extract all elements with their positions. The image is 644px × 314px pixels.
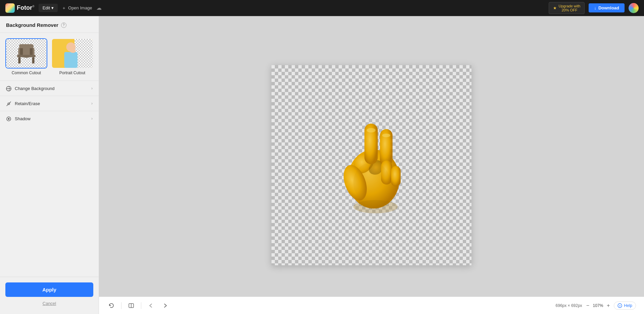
svg-text:?: ?	[619, 305, 621, 308]
toolbar-left	[107, 301, 169, 310]
zoom-in-button[interactable]: +	[607, 303, 610, 309]
chevron-down-icon: ▾	[51, 5, 54, 10]
chair-svg	[6, 39, 47, 68]
help-button[interactable]: ? Help	[614, 302, 636, 310]
topbar: Fotor® Edit ▾ ＋ Open Image ☁ ★ Upgrade w…	[0, 0, 644, 16]
svg-rect-7	[19, 44, 34, 48]
shadow-icon	[6, 116, 11, 122]
portrait-cutout-image	[52, 39, 93, 68]
toolbar-divider-2	[141, 302, 141, 309]
canvas-dimensions: 696px × 692px	[556, 303, 582, 308]
edit-button[interactable]: Edit ▾	[39, 4, 58, 12]
zoom-controls: − 107% +	[586, 303, 610, 309]
retain-erase-option[interactable]: Retain/Erase ›	[0, 96, 99, 111]
upgrade-label: Upgrade with 20% OFF	[559, 4, 581, 12]
retain-erase-chevron: ›	[91, 101, 93, 106]
svg-point-23	[367, 128, 376, 132]
svg-rect-2	[17, 55, 36, 57]
zoom-out-button[interactable]: −	[586, 303, 589, 309]
change-bg-icon	[6, 85, 11, 91]
retain-erase-label: Retain/Erase	[15, 101, 40, 106]
sidebar-spacer	[0, 126, 99, 277]
sidebar-help-icon[interactable]: ?	[61, 23, 66, 28]
avatar[interactable]	[629, 3, 639, 13]
apply-button[interactable]: Apply	[5, 282, 93, 297]
download-label: Download	[598, 5, 619, 10]
portrait-cutout-thumb	[51, 38, 93, 69]
logo-text: Fotor®	[17, 4, 35, 11]
svg-point-15	[8, 118, 10, 120]
shadow-option[interactable]: Shadow ›	[0, 111, 99, 126]
apply-section: Apply Cancel	[0, 277, 99, 314]
split-view-button[interactable]	[127, 301, 136, 310]
open-image-button[interactable]: ＋ Open Image	[62, 5, 92, 11]
svg-point-22	[353, 162, 390, 203]
svg-rect-4	[32, 57, 35, 63]
change-bg-label: Change Background	[15, 86, 55, 91]
plus-icon: ＋	[62, 5, 66, 11]
common-cutout-thumb	[5, 38, 47, 69]
star-icon: ★	[553, 6, 557, 10]
cancel-button[interactable]: Cancel	[5, 298, 93, 309]
ok-hand-image	[339, 109, 412, 220]
svg-point-10	[70, 49, 76, 53]
svg-rect-20	[391, 166, 401, 186]
fotor-logo-icon	[5, 3, 15, 13]
sidebar-header: Background Remover ?	[0, 16, 99, 33]
toolbar-right: 696px × 692px − 107% + ? Help	[556, 302, 636, 310]
svg-point-24	[382, 133, 390, 137]
main-area: 696px × 692px − 107% + ? Help	[99, 16, 644, 314]
upgrade-button[interactable]: ★ Upgrade with 20% OFF	[549, 2, 585, 14]
topbar-right: ★ Upgrade with 20% OFF ↓ Download	[549, 2, 639, 14]
change-bg-chevron: ›	[91, 86, 93, 91]
zoom-level: 107%	[592, 303, 604, 308]
download-button[interactable]: ↓ Download	[589, 3, 625, 12]
common-cutout-card[interactable]: Common Cutout	[5, 38, 47, 75]
common-cutout-image	[6, 39, 47, 68]
canvas-wrapper	[271, 65, 472, 265]
shadow-label: Shadow	[15, 116, 31, 121]
undo-button[interactable]	[107, 301, 116, 310]
edit-label: Edit	[43, 5, 50, 10]
portrait-cutout-label: Portrait Cutout	[59, 71, 85, 75]
toolbar-divider-1	[121, 302, 121, 309]
download-icon: ↓	[594, 5, 596, 10]
bottom-toolbar: 696px × 692px − 107% + ? Help	[99, 297, 644, 314]
help-label: Help	[624, 303, 632, 308]
svg-rect-9	[64, 52, 78, 68]
shadow-chevron: ›	[91, 116, 93, 121]
svg-point-25	[353, 200, 398, 213]
change-background-option[interactable]: Change Background ›	[0, 81, 99, 96]
back-button[interactable]	[147, 301, 155, 310]
canvas-background	[271, 65, 472, 265]
forward-button[interactable]	[161, 301, 169, 310]
cutout-options: Common Cutout	[0, 33, 99, 81]
sidebar-title: Background Remover	[6, 22, 58, 28]
sidebar: Background Remover ?	[0, 16, 99, 314]
common-cutout-label: Common Cutout	[12, 71, 41, 75]
svg-rect-3	[18, 57, 20, 63]
fotor-logo: Fotor®	[5, 3, 35, 13]
portrait-cutout-card[interactable]: Portrait Cutout	[51, 38, 93, 75]
topbar-left: Fotor® Edit ▾ ＋ Open Image ☁	[5, 3, 102, 13]
person-svg	[52, 39, 93, 68]
app-body: Background Remover ?	[0, 16, 644, 314]
cloud-icon: ☁	[96, 5, 102, 11]
retain-erase-icon	[6, 100, 11, 106]
